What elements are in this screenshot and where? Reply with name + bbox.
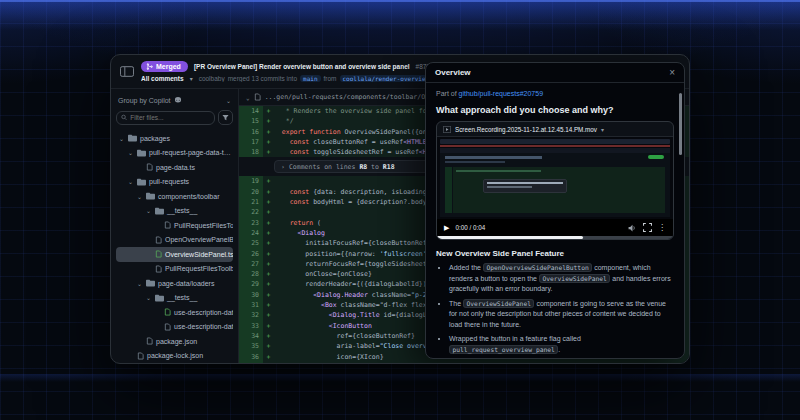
file-icon <box>164 323 171 331</box>
pull-request-window: Merged [PR Overview Panel] Render overvi… <box>110 54 690 364</box>
git-merge-icon <box>146 63 153 70</box>
panel-scrollbar[interactable] <box>679 93 682 155</box>
tree-item-overviewsidepanel.tsx[interactable]: ⌄OverviewSidePanel.tsx <box>116 247 233 262</box>
filter-options-button[interactable] <box>218 110 233 125</box>
fullscreen-icon[interactable] <box>643 223 652 232</box>
tree-item-package-lock.json[interactable]: ⌄package-lock.json <box>116 349 233 364</box>
background-bottom-glow <box>0 374 800 382</box>
diff-add-marker: + <box>263 187 274 197</box>
play-button[interactable]: ▶ <box>444 224 449 232</box>
line-number: 36 <box>239 352 263 362</box>
code-text: icon={XIcon} <box>274 352 384 362</box>
chevron-down-icon: ⌄ <box>226 97 231 104</box>
feature-section-title: New Overview Side Panel Feature <box>436 249 674 258</box>
tree-item-openoverviewpanelbu-[interactable]: ⌄OpenOverviewPanelBu… <box>116 233 233 248</box>
video-seek-fill <box>437 236 583 239</box>
file-icon <box>254 93 261 101</box>
meta-user: coolbaby <box>199 75 225 82</box>
tree-item-label: page-data/loaders <box>158 280 214 287</box>
base-branch-link[interactable]: main <box>300 75 320 82</box>
tree-item-packages[interactable]: ⌄packages <box>116 131 233 146</box>
tree-item-pullrequestfilestoolb-[interactable]: ⌄PullRequestFilesToolb… <box>116 262 233 277</box>
tree-item-__tests__[interactable]: ⌄__tests__ <box>116 204 233 219</box>
chevron-down-icon[interactable]: ⌄ <box>137 280 143 287</box>
tree-item-components-toolbar[interactable]: ⌄components/toolbar <box>116 189 233 204</box>
diff-add-marker: + <box>263 127 274 137</box>
chevron-down-icon[interactable]: ⌄ <box>146 294 152 301</box>
file-icon <box>164 221 171 229</box>
chevron-down-icon[interactable]: ⌄ <box>128 178 134 185</box>
file-icon <box>146 163 153 171</box>
copilot-icon <box>174 96 182 104</box>
line-number: 31 <box>239 300 263 310</box>
line-number: 22 <box>239 207 263 217</box>
diff-add-marker: + <box>263 137 274 147</box>
tree-item-pull-requests[interactable]: ⌄pull-requests <box>116 175 233 190</box>
inline-code-chip: pull_request_overview_panel <box>449 345 558 354</box>
tree-item-label: PullRequestFilesToolb… <box>165 265 233 272</box>
inline-code-chip: OverviewSidePanel <box>463 299 534 308</box>
video-attachment-header[interactable]: Screen.Recording.2025-11-12.at.12.45.14.… <box>437 122 673 137</box>
diff-add-marker: + <box>263 269 274 279</box>
diff-add-marker: + <box>263 290 274 300</box>
comments-filter-dropdown[interactable]: All comments <box>141 75 184 82</box>
diff-add-marker: + <box>263 197 274 207</box>
part-of-label: Part of <box>436 90 457 97</box>
diff-add-marker: + <box>263 238 274 248</box>
line-number: 25 <box>239 238 263 248</box>
code-line-37[interactable]: 37+ variant="invisible" <box>239 362 689 363</box>
line-number: 37 <box>239 362 263 363</box>
tree-item-pull-request-page-data-t-[interactable]: ⌄pull-request-page-data-t… <box>116 146 233 161</box>
video-page-subtitle-bar <box>445 161 505 163</box>
line-number: 20 <box>239 187 263 197</box>
code-text: returnFocusRef={toggleSidesheetRef} <box>274 259 442 269</box>
video-time: 0:00 / 0:04 <box>455 224 485 231</box>
tree-item-pullrequestfilestool-[interactable]: ⌄PullRequestFilesTool… <box>116 218 233 233</box>
group-by-copilot-control[interactable]: Group by Copilot ⌄ <box>116 94 233 110</box>
kebab-menu-icon[interactable]: ⋮ <box>658 223 666 232</box>
tree-item-use-description-data.ts[interactable]: ⌄use-description-data.ts <box>116 320 233 335</box>
tree-item-label: page-data.ts <box>156 164 195 171</box>
chevron-down-icon[interactable]: ⌄ <box>146 207 152 214</box>
chevron-down-icon[interactable]: ⌄ <box>137 193 143 200</box>
merged-label: Merged <box>156 63 181 70</box>
close-icon[interactable]: × <box>669 68 675 78</box>
line-number: 17 <box>239 137 263 147</box>
collapse-file-chevron-icon[interactable]: ⌄ <box>246 94 250 101</box>
parent-pr-link[interactable]: github/pull-requests#20759 <box>459 90 543 97</box>
tree-item-label: use-description-data.ts <box>174 323 233 330</box>
chevron-down-icon[interactable]: ⌄ <box>128 149 134 156</box>
code-text: return ( <box>274 218 321 228</box>
line-number: 21 <box>239 197 263 207</box>
tree-item-__tests__[interactable]: ⌄__tests__ <box>116 291 233 306</box>
file-icon <box>155 265 162 273</box>
file-filter-input-box[interactable] <box>116 111 215 125</box>
inline-code-chip: OverviewSidePanel <box>539 274 610 283</box>
diff-add-marker: + <box>263 341 274 351</box>
diff-add-marker: + <box>263 362 274 363</box>
background-top-line <box>0 0 800 2</box>
feature-bullet: Wrapped the button in a feature flag cal… <box>449 334 674 355</box>
tree-item-page-data.ts[interactable]: ⌄page-data.ts <box>116 160 233 175</box>
line-number: 24 <box>239 228 263 238</box>
code-text: variant="invisible" <box>274 362 411 363</box>
file-filter-input[interactable] <box>130 114 210 121</box>
volume-icon[interactable] <box>628 224 637 232</box>
tree-item-page-data-loaders[interactable]: ⌄page-data/loaders <box>116 276 233 291</box>
video-browser-chrome <box>440 139 670 144</box>
meta-from: from <box>324 75 337 82</box>
video-page-diff-line <box>456 170 541 172</box>
diff-add-marker: + <box>263 331 274 341</box>
folder-icon <box>155 294 164 302</box>
sidebar-toggle-icon[interactable] <box>120 63 134 81</box>
video-page-gutter <box>445 167 452 213</box>
file-tree: ⌄packages⌄pull-request-page-data-t…⌄page… <box>116 131 233 363</box>
folder-icon <box>128 134 137 142</box>
tree-item-use-description-data-[interactable]: ⌄use-description-data… <box>116 305 233 320</box>
code-text: <IconButton <box>274 321 372 331</box>
video-seek-bar[interactable] <box>437 236 673 239</box>
code-text: <Dialog <box>274 228 325 238</box>
chevron-down-icon[interactable]: ⌄ <box>119 135 125 142</box>
video-frame[interactable] <box>437 137 673 219</box>
tree-item-package.json[interactable]: ⌄package.json <box>116 334 233 349</box>
